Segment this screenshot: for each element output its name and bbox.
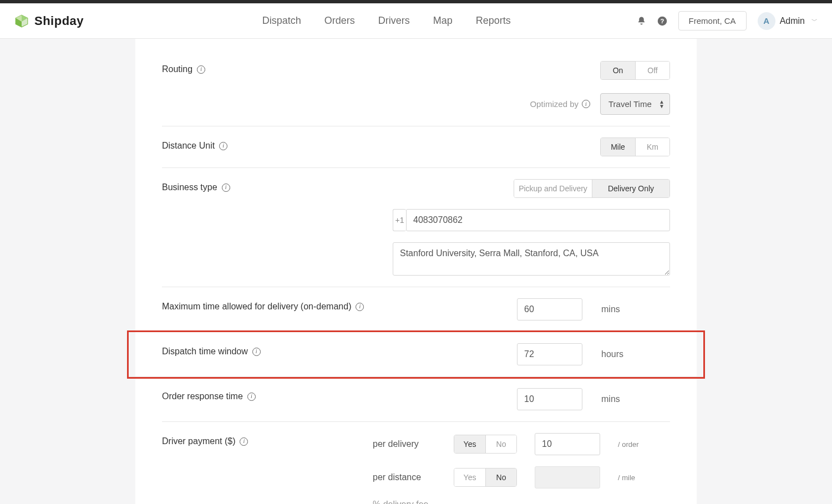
info-icon[interactable]: i	[219, 142, 227, 150]
info-icon[interactable]: i	[247, 393, 256, 401]
per-delivery-label: per delivery	[373, 439, 454, 449]
business-type-label-text: Business type	[162, 182, 217, 192]
distance-km-button[interactable]: Km	[635, 138, 669, 156]
section-routing: Routing i On Off Optimized by i Travel T…	[162, 50, 670, 126]
max-delivery-label-text: Maximum time allowed for delivery (on-de…	[162, 302, 351, 312]
distance-unit-label-text: Distance Unit	[162, 141, 215, 151]
section-order-response: Order response time i mins	[162, 377, 670, 422]
max-delivery-unit: mins	[601, 304, 620, 314]
info-icon[interactable]: i	[582, 100, 590, 108]
order-response-label: Order response time i	[162, 388, 517, 401]
header-right: ? Fremont, CA A Admin ﹀	[637, 11, 818, 30]
per-distance-input	[535, 466, 600, 488]
optimized-by-select[interactable]: Travel Time	[600, 93, 670, 115]
routing-label-text: Routing	[162, 64, 192, 74]
brand: Shipday	[14, 14, 136, 28]
per-delivery-unit: / order	[618, 440, 639, 449]
business-pickup-button[interactable]: Pickup and Delivery	[514, 180, 592, 197]
info-icon[interactable]: i	[222, 184, 230, 192]
dispatch-window-input[interactable]	[517, 343, 582, 365]
country-code: +1	[393, 209, 406, 231]
dispatch-window-label-text: Dispatch time window	[162, 347, 248, 357]
pct-delivery-fee-row: % delivery fee	[373, 500, 670, 504]
avatar: A	[758, 12, 775, 30]
routing-toggle: On Off	[600, 61, 670, 80]
business-type-toggle: Pickup and Delivery Delivery Only	[514, 179, 670, 198]
per-distance-toggle: Yes No	[454, 468, 517, 487]
driver-payment-label-text: Driver payment ($)	[162, 436, 235, 446]
user-role: Admin	[780, 16, 805, 26]
info-icon[interactable]: i	[356, 303, 364, 311]
distance-unit-toggle: Mile Km	[600, 138, 670, 156]
section-business-type: Business type i Pickup and Delivery Deli…	[162, 168, 670, 287]
nav-reports[interactable]: Reports	[476, 15, 511, 27]
phone-row: +1	[393, 209, 670, 231]
chevron-down-icon: ﹀	[811, 17, 818, 25]
svg-text:?: ?	[660, 17, 664, 24]
per-distance-yes-button[interactable]: Yes	[454, 469, 485, 486]
per-distance-row: per distance Yes No / mile	[373, 466, 670, 488]
help-icon[interactable]: ?	[657, 16, 667, 26]
per-distance-unit: / mile	[618, 474, 635, 482]
phone-input[interactable]	[406, 209, 670, 231]
address-input[interactable]	[393, 242, 670, 276]
nav-orders[interactable]: Orders	[324, 15, 355, 27]
user-menu[interactable]: A Admin ﹀	[758, 12, 818, 30]
info-icon[interactable]: i	[197, 65, 205, 74]
optimized-by-row: Optimized by i Travel Time ▲▼	[530, 93, 670, 115]
per-delivery-toggle: Yes No	[454, 435, 517, 454]
section-dispatch-window: Dispatch time window i hours	[129, 332, 703, 377]
routing-on-button[interactable]: On	[601, 62, 635, 79]
brand-name: Shipday	[34, 14, 84, 28]
optimized-by-label: Optimized by	[530, 99, 579, 109]
business-type-label: Business type i	[162, 179, 373, 192]
distance-unit-label: Distance Unit i	[162, 138, 373, 151]
location-button[interactable]: Fremont, CA	[678, 11, 747, 30]
driver-payment-label: Driver payment ($) i	[162, 433, 373, 446]
section-max-delivery: Maximum time allowed for delivery (on-de…	[162, 287, 670, 332]
info-icon[interactable]: i	[240, 437, 248, 446]
shipday-logo-icon	[14, 14, 29, 28]
dispatch-window-label: Dispatch time window i	[162, 343, 517, 357]
dispatch-window-unit: hours	[601, 349, 623, 359]
app-header: Shipday Dispatch Orders Drivers Map Repo…	[0, 3, 832, 39]
settings-panel: Routing i On Off Optimized by i Travel T…	[135, 39, 697, 504]
max-delivery-label: Maximum time allowed for delivery (on-de…	[162, 298, 517, 312]
order-response-unit: mins	[601, 394, 620, 404]
main-nav: Dispatch Orders Drivers Map Reports	[136, 15, 637, 27]
nav-map[interactable]: Map	[433, 15, 453, 27]
pct-delivery-fee-label: % delivery fee	[373, 500, 454, 504]
per-delivery-yes-button[interactable]: Yes	[454, 435, 485, 453]
order-response-input[interactable]	[517, 388, 582, 410]
section-distance-unit: Distance Unit i Mile Km	[162, 126, 670, 168]
section-driver-payment: Driver payment ($) i per delivery Yes No…	[162, 422, 670, 504]
order-response-label-text: Order response time	[162, 391, 243, 401]
distance-mile-button[interactable]: Mile	[601, 138, 635, 156]
nav-drivers[interactable]: Drivers	[378, 15, 410, 27]
business-delivery-button[interactable]: Delivery Only	[592, 180, 669, 197]
per-distance-label: per distance	[373, 472, 454, 482]
per-delivery-input[interactable]	[535, 433, 600, 455]
per-distance-no-button[interactable]: No	[485, 469, 516, 486]
nav-dispatch[interactable]: Dispatch	[262, 15, 301, 27]
per-delivery-no-button[interactable]: No	[485, 435, 516, 453]
max-delivery-input[interactable]	[517, 298, 582, 320]
routing-off-button[interactable]: Off	[635, 62, 669, 79]
per-delivery-row: per delivery Yes No / order	[373, 433, 670, 455]
info-icon[interactable]: i	[252, 348, 261, 356]
notifications-icon[interactable]	[637, 16, 646, 26]
routing-label: Routing i	[162, 61, 373, 74]
